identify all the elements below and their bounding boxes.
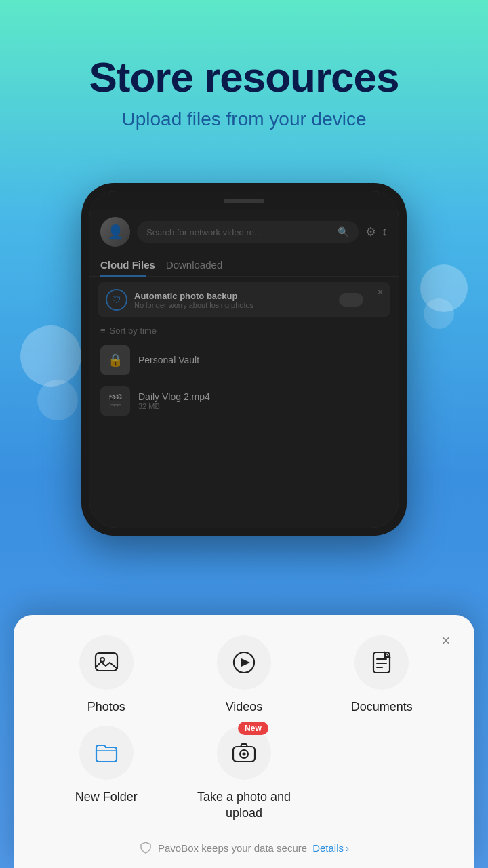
take-photo-item[interactable]: New Take a photo andupload: [178, 726, 309, 821]
folder-icon: [94, 740, 119, 766]
svg-marker-3: [241, 658, 250, 667]
svg-rect-0: [96, 653, 117, 671]
video-icon: [231, 650, 257, 675]
photos-item[interactable]: Photos: [41, 635, 171, 715]
sheet-grid-row2: New Folder New Take a photo andupload: [41, 726, 447, 821]
new-badge: New: [238, 722, 268, 735]
dim-overlay: [89, 191, 399, 528]
sub-title: Upload files from your device: [0, 108, 488, 130]
sheet-grid-row1: Photos Videos: [41, 635, 447, 715]
new-folder-label: New Folder: [75, 789, 138, 805]
footer-security-text: PavoBox keeps your data secure: [158, 842, 307, 854]
photo-icon: [94, 650, 119, 675]
phone-screen: 👤 Search for network video re... 🔍 ⚙ ↕ C…: [89, 191, 399, 528]
empty-slot: [317, 726, 447, 821]
details-link-label: Details: [312, 842, 344, 854]
documents-icon-circle: [354, 635, 409, 690]
photos-label: Photos: [87, 699, 125, 715]
phone-mockup: 👤 Search for network video re... 🔍 ⚙ ↕ C…: [81, 183, 407, 536]
document-icon: [369, 650, 394, 675]
header-section: Store resources Upload files from your d…: [0, 0, 488, 130]
sheet-footer: PavoBox keeps your data secure Details ›: [41, 835, 447, 854]
videos-label: Videos: [226, 699, 263, 715]
svg-point-7: [242, 753, 245, 756]
take-photo-label: Take a photo andupload: [197, 789, 291, 821]
videos-item[interactable]: Videos: [178, 635, 309, 715]
new-folder-item[interactable]: New Folder: [41, 726, 171, 821]
chevron-right-icon: ›: [346, 842, 349, 854]
documents-item[interactable]: Documents: [317, 635, 447, 715]
photos-icon-circle: [79, 635, 134, 690]
bubble-decoration: [37, 380, 78, 420]
documents-label: Documents: [351, 699, 413, 715]
camera-icon: [231, 740, 257, 766]
bubble-decoration: [424, 298, 454, 329]
bottom-sheet: × Photos Videos: [14, 615, 474, 868]
footer-details-link[interactable]: Details ›: [312, 842, 349, 854]
footer-shield-icon: [139, 841, 152, 854]
videos-icon-circle: [217, 635, 271, 690]
bubble-decoration: [20, 326, 81, 387]
main-title: Store resources: [0, 54, 488, 100]
folder-icon-circle: [79, 726, 134, 780]
